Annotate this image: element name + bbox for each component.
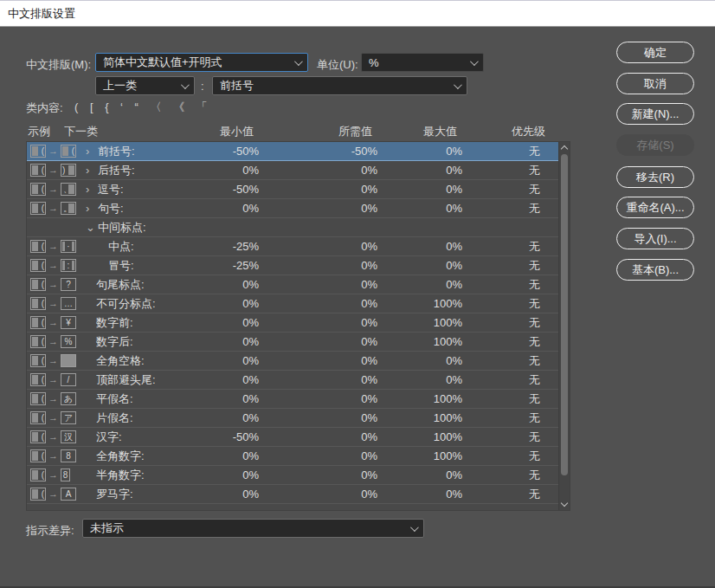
desired-value-cell: 0% [265,411,383,424]
new-button[interactable]: 新建(N)... [616,103,694,125]
class-name-cell: 半角数字: [81,466,170,484]
example-glyph-icon-next [61,354,76,367]
cancel-button[interactable]: 取消 [616,73,694,94]
arrow-right-icon: → [48,318,58,327]
table-rows: (→(›前括号:-50%-50%0%无(→)›后括号:0%0%0%无(→、›逗号… [27,142,558,504]
min-value-cell: 0% [170,449,265,462]
table-row[interactable]: (→A罗马字:0%0%0%无 [27,485,558,504]
max-value-cell: 0% [383,488,468,501]
max-value-cell: 0% [383,164,468,177]
prev-class-select-value: 上一类 [103,78,137,94]
min-value-cell: 0% [170,411,265,424]
class-name-cell: 罗马字: [81,485,170,503]
table-row[interactable]: (→¥数字前:0%0%100%无 [27,313,558,333]
example-glyph-icon-prev: ( [30,468,46,481]
table-row[interactable]: (→)›后括号:0%0%0%无 [27,161,558,180]
desired-value-cell: 0% [265,354,383,367]
chevron-down-icon [294,57,303,66]
example-cell [27,218,81,236]
desired-value-cell: 0% [265,183,383,196]
table-row[interactable]: (→。›句号:0%0%0%无 [27,199,558,218]
example-glyph-icon-prev: ( [30,297,46,310]
table-row[interactable]: (→8全角数字:0%0%100%无 [27,447,558,466]
min-value-cell: -25% [170,259,265,272]
priority-cell: 无 [468,430,546,445]
rename-button[interactable]: 重命名(A)... [616,197,694,218]
priority-cell: 无 [468,296,546,312]
example-glyph-icon-prev: ( [30,430,46,443]
table-row[interactable]: (→汉汉字:-50%0%100%无 [27,428,558,447]
basic-button[interactable]: 基本(B)... [616,259,694,281]
chevron-collapsed-icon[interactable]: › [86,165,98,176]
priority-cell: 无 [468,410,546,426]
table-row[interactable]: (→·中点:-25%0%0%无 [27,237,558,256]
table-row[interactable]: (→/顶部避头尾:0%0%0%无 [27,371,558,390]
min-value-cell: -50% [170,430,265,443]
prev-class-select[interactable]: 上一类 [95,76,195,95]
max-value-cell: 100% [383,449,468,462]
example-glyph-icon-prev: ( [30,488,46,501]
max-value-cell: 0% [383,373,468,386]
arrow-right-icon: → [48,470,58,480]
priority-cell: 无 [468,182,546,197]
min-value-cell: 0% [170,373,265,386]
table-row[interactable]: (→(›前括号:-50%-50%0%无 [27,142,558,161]
priority-cell: 无 [468,468,546,483]
example-cell: (→… [27,294,81,313]
dialog-title: 中文排版设置 [8,6,75,22]
scroll-up-icon[interactable] [561,145,568,152]
header-min: 最小值 [171,124,266,139]
example-glyph-icon-prev: ( [30,202,46,215]
table-row[interactable]: (→全角空格:0%0%0%无 [27,352,558,371]
example-glyph-icon-next: : [61,259,76,272]
example-glyph-icon-prev: ( [30,164,46,177]
table-row[interactable]: (→…不可分标点:0%0%100%无 [27,294,558,313]
scroll-down-icon[interactable] [561,500,568,507]
example-glyph-icon-prev: ( [30,278,46,291]
example-glyph-icon-prev: ( [30,392,46,405]
max-value-cell: 100% [383,335,468,348]
example-cell: (→。 [27,199,81,217]
table-row[interactable]: (→%数字后:0%0%100%无 [27,333,558,352]
remove-button[interactable]: 移去(R) [616,166,694,188]
header-priority: 优先级 [469,124,547,139]
chevron-collapsed-icon[interactable]: › [86,145,98,157]
example-glyph-icon-next: 8 [61,449,76,462]
desired-value-cell: 0% [265,373,383,386]
table-row[interactable]: ⌄中间标点: [27,218,558,237]
class-name-label: 中点: [108,239,134,255]
example-cell: (→ [27,352,81,370]
ok-button[interactable]: 确定 [616,42,694,63]
min-value-cell: -25% [170,240,265,253]
chevron-collapsed-icon[interactable]: › [86,184,98,195]
table-row[interactable]: (→?句尾标点:0%0%0%无 [27,275,558,294]
unit-label: 单位(U): [317,57,358,73]
dialog-titlebar[interactable]: 中文排版设置 [0,0,715,27]
indicate-diff-select-value: 未指示 [90,520,124,536]
table-row[interactable]: (→:冒号:-25%0%0%无 [27,256,558,275]
min-value-cell: -50% [170,145,265,158]
scrollbar-thumb[interactable] [561,154,568,475]
table-row[interactable]: (→あ平假名:0%0%100%无 [27,390,558,409]
vertical-scrollbar[interactable] [558,142,570,510]
arrow-right-icon: → [48,204,58,213]
mojikumi-select[interactable]: 简体中文默认值+开明式 [95,53,308,72]
next-class-select[interactable]: 前括号 [212,76,467,95]
table-row[interactable]: (→ア片假名:0%0%100%无 [27,409,558,428]
class-name-label: 数字后: [96,334,133,350]
max-value-cell: 0% [383,468,468,481]
chevron-expanded-icon[interactable]: ⌄ [86,222,98,233]
desired-value-cell: 0% [265,240,383,253]
priority-cell: 无 [468,449,546,464]
unit-select[interactable]: % [361,53,484,72]
table-row[interactable]: (→、›逗号:-50%0%0%无 [27,180,558,199]
arrow-right-icon: → [48,299,58,308]
chevron-collapsed-icon[interactable]: › [86,203,98,214]
example-glyph-icon-next: ¥ [61,316,76,329]
table-row[interactable]: (→8半角数字:0%0%0%无 [27,466,558,485]
indicate-diff-select[interactable]: 未指示 [82,519,424,538]
desired-value-cell: 0% [265,430,383,443]
indicate-diff-label: 指示差异: [26,523,74,539]
mojikumi-select-value: 简体中文默认值+开明式 [103,55,222,70]
import-button[interactable]: 导入(I)... [616,228,694,249]
